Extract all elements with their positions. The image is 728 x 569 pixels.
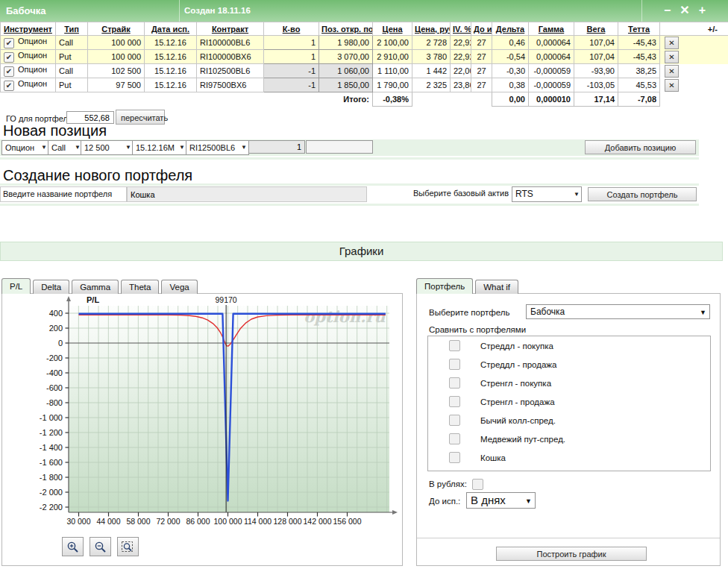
delete-position-button[interactable]: ✕: [665, 37, 679, 49]
column-header-14[interactable]: Тетта: [618, 22, 660, 36]
chart-tab-p-l[interactable]: P/L: [1, 278, 31, 294]
x-tick-label: 44 000: [96, 517, 120, 526]
section-strip: [0, 157, 699, 160]
cell-contract: RI100000BL6: [197, 36, 264, 50]
portfolio-checkbox[interactable]: [449, 377, 460, 389]
column-header-0[interactable]: Инструмент: [1, 22, 56, 36]
chart-tab-gamma[interactable]: Gamma: [72, 280, 119, 294]
instrument-select[interactable]: Опцион: [1, 140, 49, 155]
cell-type: Call: [56, 36, 88, 50]
price-input[interactable]: [306, 140, 373, 154]
cell-price_rub: 2 728: [412, 36, 451, 50]
x-tick-label: 114 000: [244, 517, 272, 526]
strike-select[interactable]: 12 500: [81, 140, 134, 155]
portfolio-item-label: Стреддл - продажа: [480, 360, 556, 369]
build-chart-button[interactable]: Построить график: [496, 547, 647, 561]
cell-theta: 38,25: [618, 64, 660, 78]
zoom-out-icon[interactable]: [90, 537, 111, 556]
portfolio-checkbox[interactable]: [449, 340, 460, 351]
cell-type: Put: [56, 78, 88, 92]
days-select[interactable]: В днях: [466, 492, 536, 509]
column-header-5[interactable]: К-во: [264, 22, 319, 36]
column-header-13[interactable]: Вега: [574, 22, 618, 36]
panel-tab-what-if[interactable]: What if: [475, 280, 518, 294]
add-icon[interactable]: +: [699, 3, 706, 18]
column-header-2[interactable]: Страйк: [88, 22, 145, 36]
panel-tab-портфель[interactable]: Портфель: [416, 278, 473, 294]
portfolio-select[interactable]: Бабочка: [526, 304, 710, 319]
cell-qty: 1: [264, 36, 319, 50]
date-select[interactable]: 15.12.16M: [132, 140, 187, 155]
cell-open: 1 850,00: [319, 78, 373, 92]
delete-position-button[interactable]: ✕: [665, 51, 679, 63]
zoom-in-icon[interactable]: [62, 537, 84, 556]
delete-position-button[interactable]: ✕: [665, 79, 679, 92]
add-position-button[interactable]: Добавить позицию: [585, 140, 696, 154]
chart-tab-theta[interactable]: Theta: [121, 280, 159, 294]
cell-delta: 0,46: [492, 36, 529, 50]
cell-price: 2 100,00: [373, 36, 412, 50]
zoom-selection-icon[interactable]: [117, 537, 139, 556]
rubles-checkbox[interactable]: [472, 479, 483, 490]
cell-iv: 23,86: [451, 78, 471, 92]
type-select[interactable]: Call: [48, 140, 83, 155]
minimize-icon[interactable]: −: [664, 3, 671, 18]
column-header-4[interactable]: Контракт: [197, 22, 264, 36]
option-ru-watermark: option.ru: [304, 307, 386, 326]
portfolio-checkbox[interactable]: [449, 415, 460, 426]
cell-price: 1 790,00: [373, 78, 412, 92]
column-header-11[interactable]: Дельта: [492, 22, 529, 36]
column-header-3[interactable]: Дата исп.: [145, 22, 197, 36]
portfolio-tabs: ПортфельWhat if: [416, 278, 521, 294]
portfolio-list-item: Стреддл - продажа: [428, 355, 710, 374]
create-portfolio-button[interactable]: Создать портфель: [588, 187, 697, 201]
portfolio-item-label: Стренгл - продажа: [480, 397, 555, 406]
base-asset-select[interactable]: RTS: [512, 186, 582, 202]
cell-delete: ✕: [660, 36, 728, 50]
portfolio-checkbox[interactable]: [449, 359, 460, 370]
cell-date: 15.12.16: [145, 50, 197, 64]
empty-cell: [197, 92, 264, 107]
column-header-12[interactable]: Гамма: [529, 22, 574, 36]
column-header-8[interactable]: Цена, руб.: [412, 22, 451, 36]
x-tick-label: 128 000: [274, 517, 302, 526]
cell-delete: ✕: [660, 64, 728, 78]
cell-days: 27: [471, 50, 492, 64]
position-checkbox[interactable]: ✔: [4, 38, 14, 48]
position-checkbox[interactable]: ✔: [4, 52, 14, 63]
position-row: ✔ОпционCall102 50015.12.16RI102500BL6-11…: [1, 64, 728, 78]
cell-days: 27: [471, 78, 492, 92]
contract-select[interactable]: RI12500BL6: [186, 140, 249, 155]
chart-tab-delta[interactable]: Delta: [33, 280, 69, 294]
empty-cell: [145, 92, 197, 107]
column-header-10[interactable]: До исп.: [471, 22, 492, 36]
position-checkbox[interactable]: ✔: [4, 66, 14, 77]
column-header-9[interactable]: IV. %: [451, 22, 471, 36]
portfolio-checkbox[interactable]: [449, 396, 460, 407]
position-checkbox[interactable]: ✔: [4, 81, 14, 91]
portfolio-name-label: Введите название портфеля: [0, 186, 127, 202]
portfolio-list-item: Стреддл - покупка: [428, 336, 710, 355]
recalculate-button[interactable]: пересчитать: [116, 110, 165, 125]
chart-tab-vega[interactable]: Vega: [161, 280, 197, 294]
column-header-6[interactable]: Поз. откр. по: [319, 22, 373, 36]
new-position-heading: Новая позиция: [3, 122, 107, 139]
column-header-7[interactable]: Цена: [373, 22, 412, 36]
delete-position-button[interactable]: ✕: [665, 65, 679, 78]
cell-gamma: 0,000064: [529, 50, 574, 64]
cell-instrument: ✔Опцион: [1, 36, 56, 50]
column-header-1[interactable]: Тип: [56, 22, 88, 36]
cell-vega: -103,05: [574, 78, 618, 92]
y-tick-label: -800: [46, 398, 63, 407]
cell-vega: 107,04: [574, 36, 618, 50]
total-cell: Итого:: [319, 92, 373, 107]
portfolio-checkbox[interactable]: [449, 433, 460, 444]
portfolio-checkbox[interactable]: [449, 452, 460, 463]
cell-contract: RI100000BX6: [197, 50, 264, 64]
portfolio-name-input[interactable]: [127, 186, 367, 202]
quantity-input[interactable]: [248, 140, 305, 154]
close-icon[interactable]: ✕: [680, 3, 689, 18]
cell-theta: 45,53: [618, 78, 660, 92]
cell-instrument: ✔Опцион: [1, 50, 56, 64]
x-tick-label: 142 000: [304, 517, 332, 526]
